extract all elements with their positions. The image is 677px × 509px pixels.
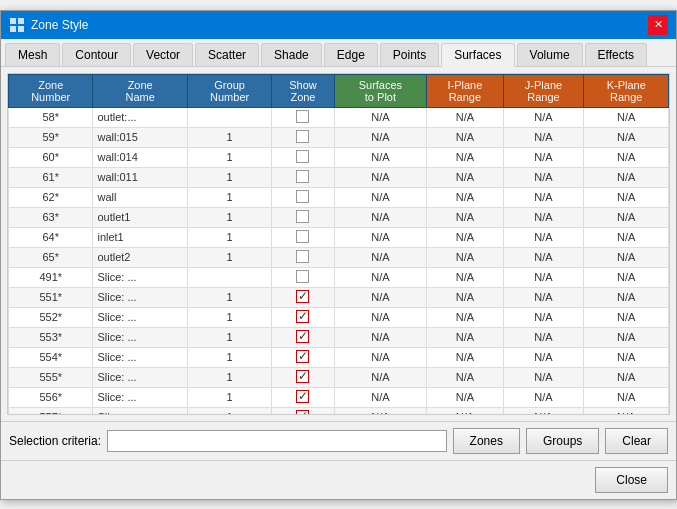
cell-group-number: 1 <box>187 187 271 207</box>
cell-jplane: N/A <box>503 407 584 414</box>
unchecked-checkbox[interactable] <box>296 250 309 263</box>
cell-zone-name: wall:015 <box>93 127 187 147</box>
cell-kplane: N/A <box>584 247 669 267</box>
window-title: Zone Style <box>31 18 88 32</box>
col-header-group-number: GroupNumber <box>187 74 271 107</box>
tab-shade[interactable]: Shade <box>261 43 322 66</box>
cell-zone-name: Slice: ... <box>93 347 187 367</box>
cell-surfaces: N/A <box>334 167 427 187</box>
zone-style-window: Zone Style ✕ Mesh Contour Vector Scatter… <box>0 10 677 500</box>
groups-button[interactable]: Groups <box>526 428 599 454</box>
cell-show-zone[interactable] <box>272 387 334 407</box>
table-scroll[interactable]: ZoneNumber ZoneName GroupNumber ShowZone… <box>8 74 669 414</box>
cell-zone-name: wall:014 <box>93 147 187 167</box>
cell-surfaces: N/A <box>334 387 427 407</box>
cell-surfaces: N/A <box>334 187 427 207</box>
cell-group-number: 1 <box>187 247 271 267</box>
unchecked-checkbox[interactable] <box>296 110 309 123</box>
cell-show-zone[interactable] <box>272 367 334 387</box>
cell-kplane: N/A <box>584 347 669 367</box>
title-bar-left: Zone Style <box>9 17 88 33</box>
cell-kplane: N/A <box>584 127 669 147</box>
tab-surfaces[interactable]: Surfaces <box>441 43 514 67</box>
tab-effects[interactable]: Effects <box>585 43 647 66</box>
tab-scatter[interactable]: Scatter <box>195 43 259 66</box>
cell-surfaces: N/A <box>334 307 427 327</box>
cell-kplane: N/A <box>584 227 669 247</box>
unchecked-checkbox[interactable] <box>296 190 309 203</box>
cell-zone-number: 59* <box>9 127 93 147</box>
cell-surfaces: N/A <box>334 267 427 287</box>
cell-zone-number: 555* <box>9 367 93 387</box>
cell-show-zone[interactable] <box>272 187 334 207</box>
cell-show-zone[interactable] <box>272 347 334 367</box>
tab-bar: Mesh Contour Vector Scatter Shade Edge P… <box>1 39 676 67</box>
svg-rect-3 <box>18 26 24 32</box>
window-close-button[interactable]: ✕ <box>648 15 668 35</box>
cell-group-number: 1 <box>187 167 271 187</box>
tab-vector[interactable]: Vector <box>133 43 193 66</box>
cell-kplane: N/A <box>584 107 669 127</box>
cell-iplane: N/A <box>427 127 503 147</box>
cell-show-zone[interactable] <box>272 407 334 414</box>
cell-surfaces: N/A <box>334 367 427 387</box>
unchecked-checkbox[interactable] <box>296 270 309 283</box>
unchecked-checkbox[interactable] <box>296 170 309 183</box>
zones-button[interactable]: Zones <box>453 428 520 454</box>
close-button[interactable]: Close <box>595 467 668 493</box>
tab-volume[interactable]: Volume <box>517 43 583 66</box>
unchecked-checkbox[interactable] <box>296 210 309 223</box>
cell-show-zone[interactable] <box>272 167 334 187</box>
selection-criteria-input[interactable] <box>107 430 447 452</box>
checked-checkbox[interactable] <box>296 410 309 414</box>
cell-kplane: N/A <box>584 167 669 187</box>
cell-show-zone[interactable] <box>272 227 334 247</box>
unchecked-checkbox[interactable] <box>296 130 309 143</box>
checked-checkbox[interactable] <box>296 290 309 303</box>
cell-jplane: N/A <box>503 167 584 187</box>
cell-zone-name: outlet2 <box>93 247 187 267</box>
title-bar: Zone Style ✕ <box>1 11 676 39</box>
cell-iplane: N/A <box>427 367 503 387</box>
cell-jplane: N/A <box>503 147 584 167</box>
checked-checkbox[interactable] <box>296 370 309 383</box>
cell-jplane: N/A <box>503 367 584 387</box>
cell-kplane: N/A <box>584 287 669 307</box>
cell-show-zone[interactable] <box>272 127 334 147</box>
cell-show-zone[interactable] <box>272 207 334 227</box>
checked-checkbox[interactable] <box>296 330 309 343</box>
tab-edge[interactable]: Edge <box>324 43 378 66</box>
cell-zone-name: outlet1 <box>93 207 187 227</box>
cell-group-number: 1 <box>187 387 271 407</box>
cell-zone-name: Slice: ... <box>93 367 187 387</box>
tab-contour[interactable]: Contour <box>62 43 131 66</box>
cell-show-zone[interactable] <box>272 267 334 287</box>
cell-surfaces: N/A <box>334 107 427 127</box>
cell-iplane: N/A <box>427 187 503 207</box>
cell-group-number: 1 <box>187 367 271 387</box>
cell-show-zone[interactable] <box>272 107 334 127</box>
cell-show-zone[interactable] <box>272 287 334 307</box>
table-row: 63* outlet1 1 N/A N/A N/A N/A <box>9 207 669 227</box>
cell-show-zone[interactable] <box>272 327 334 347</box>
table-row: 64* inlet1 1 N/A N/A N/A N/A <box>9 227 669 247</box>
unchecked-checkbox[interactable] <box>296 150 309 163</box>
cell-show-zone[interactable] <box>272 247 334 267</box>
cell-show-zone[interactable] <box>272 307 334 327</box>
col-header-jplane: J-PlaneRange <box>503 74 584 107</box>
unchecked-checkbox[interactable] <box>296 230 309 243</box>
cell-show-zone[interactable] <box>272 147 334 167</box>
cell-zone-name: Slice: ... <box>93 387 187 407</box>
cell-zone-name: Slice: ... <box>93 407 187 414</box>
cell-zone-number: 62* <box>9 187 93 207</box>
checked-checkbox[interactable] <box>296 350 309 363</box>
svg-rect-0 <box>10 18 16 24</box>
cell-iplane: N/A <box>427 347 503 367</box>
checked-checkbox[interactable] <box>296 310 309 323</box>
checked-checkbox[interactable] <box>296 390 309 403</box>
cell-group-number: 1 <box>187 347 271 367</box>
tab-mesh[interactable]: Mesh <box>5 43 60 66</box>
cell-kplane: N/A <box>584 327 669 347</box>
tab-points[interactable]: Points <box>380 43 439 66</box>
clear-button[interactable]: Clear <box>605 428 668 454</box>
